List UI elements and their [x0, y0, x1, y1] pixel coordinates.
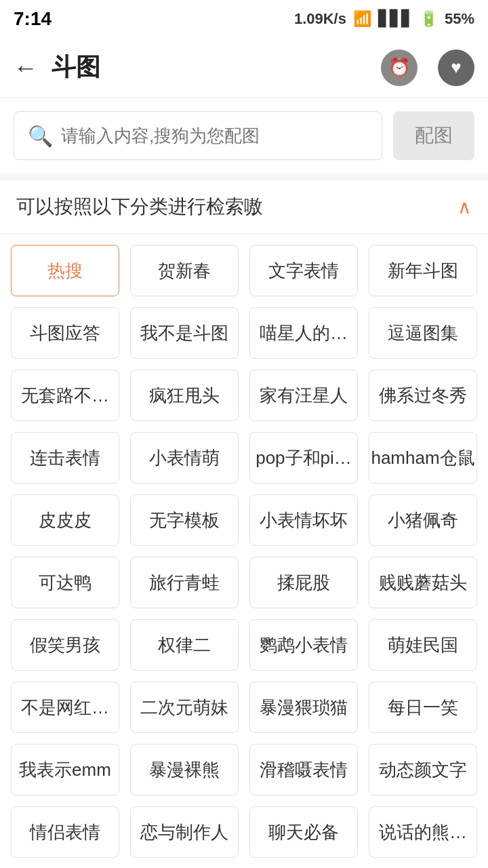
tag-item[interactable]: 贱贱蘑菇头: [369, 557, 477, 608]
tag-item[interactable]: 逗逼图集: [369, 307, 477, 359]
signal-icon: ▋▋▋: [378, 10, 413, 28]
tag-item[interactable]: 家有汪星人: [249, 370, 358, 421]
tag-item[interactable]: 喵星人的…: [249, 307, 358, 359]
tag-item[interactable]: 滑稽嗫表情: [249, 744, 358, 795]
search-icon: 🔍: [28, 124, 53, 148]
network-speed: 1.09K/s: [294, 10, 346, 28]
status-bar: 7:14 1.09K/s 📶 ▋▋▋ 🔋 55%: [0, 0, 488, 38]
tag-item[interactable]: hamham仓鼠: [369, 432, 477, 484]
tag-item[interactable]: 热搜: [11, 245, 119, 296]
tag-item[interactable]: pop子和pi…: [249, 432, 358, 484]
tag-item[interactable]: 疯狂甩头: [130, 370, 239, 421]
tag-item[interactable]: 聊天必备: [249, 806, 358, 858]
tag-item[interactable]: 我不是斗图: [130, 307, 239, 359]
tag-item[interactable]: 皮皮皮: [11, 494, 119, 546]
tag-item[interactable]: 萌娃民国: [369, 619, 477, 671]
favorite-button[interactable]: ♥: [438, 50, 474, 86]
tag-item[interactable]: 说话的熊…: [369, 806, 477, 858]
status-time: 7:14: [14, 8, 52, 30]
category-header: 可以按照以下分类进行检索嗷 ∧: [0, 180, 488, 234]
tag-item[interactable]: 新年斗图: [369, 245, 477, 296]
tag-item[interactable]: 佛系过冬秀: [369, 370, 477, 421]
wifi-icon: 📶: [353, 10, 371, 28]
search-box: 🔍: [14, 111, 382, 160]
search-area: 🔍 配图: [0, 98, 488, 174]
status-right: 1.09K/s 📶 ▋▋▋ 🔋 55%: [294, 10, 474, 28]
tag-item[interactable]: 暴漫猥琐猫: [249, 682, 358, 733]
tag-item[interactable]: 假笑男孩: [11, 619, 119, 671]
tag-item[interactable]: 斗图应答: [11, 307, 119, 359]
tag-item[interactable]: 恋与制作人: [130, 806, 239, 858]
tag-item[interactable]: 暴漫裸熊: [130, 744, 239, 795]
tag-item[interactable]: 无字模板: [130, 494, 239, 546]
tag-item[interactable]: 情侣表情: [11, 806, 119, 858]
tag-item[interactable]: 揉屁股: [249, 557, 358, 608]
tag-item[interactable]: 文字表情: [249, 245, 358, 296]
tag-item[interactable]: 我表示emm: [11, 744, 119, 795]
search-input[interactable]: [61, 125, 368, 146]
tag-item[interactable]: 小表情萌: [130, 432, 239, 484]
tag-item[interactable]: 小猪佩奇: [369, 494, 477, 546]
tag-item[interactable]: 贺新春: [130, 245, 239, 296]
heart-icon: ♥: [451, 57, 461, 78]
history-button[interactable]: ⏰: [381, 50, 418, 86]
search-button[interactable]: 配图: [393, 111, 474, 160]
tag-item[interactable]: 权律二: [130, 619, 239, 671]
tags-grid: 热搜贺新春文字表情新年斗图斗图应答我不是斗图喵星人的…逗逼图集无套路不…疯狂甩头…: [11, 245, 477, 868]
battery-icon: 🔋: [420, 10, 438, 28]
back-button[interactable]: ←: [14, 54, 38, 82]
tag-item[interactable]: 每日一笑: [369, 682, 477, 733]
tag-item[interactable]: 鹦鹉小表情: [249, 619, 358, 671]
nav-icons: ⏰ ♥: [381, 50, 474, 86]
tag-item[interactable]: 无套路不…: [11, 370, 119, 421]
tag-item[interactable]: 旅行青蛙: [130, 557, 239, 608]
page-title: 斗图: [52, 51, 381, 84]
tag-item[interactable]: 连击表情: [11, 432, 119, 484]
tag-item[interactable]: 二次元萌妹: [130, 682, 239, 733]
tag-item[interactable]: 可达鸭: [11, 557, 119, 608]
tag-item[interactable]: 不是网红…: [11, 682, 119, 733]
battery-percent: 55%: [445, 10, 474, 28]
tags-container: 热搜贺新春文字表情新年斗图斗图应答我不是斗图喵星人的…逗逼图集无套路不…疯狂甩头…: [0, 234, 488, 868]
tag-item[interactable]: 小表情坏坏: [249, 494, 358, 546]
history-icon: ⏰: [388, 57, 410, 78]
tag-item[interactable]: 动态颜文字: [369, 744, 477, 795]
nav-bar: ← 斗图 ⏰ ♥: [0, 38, 488, 98]
toggle-icon[interactable]: ∧: [458, 196, 472, 218]
category-title: 可以按照以下分类进行检索嗷: [16, 194, 263, 220]
